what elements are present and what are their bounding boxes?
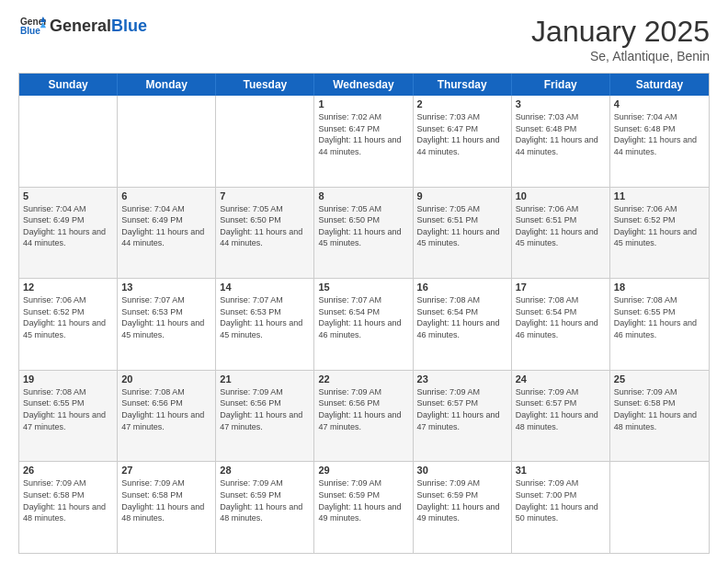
calendar-cell-4-6 [610,462,709,553]
day-info: Sunrise: 7:08 AM Sunset: 6:55 PM Dayligh… [23,386,113,432]
location: Se, Atlantique, Benin [531,49,710,63]
day-info: Sunrise: 7:08 AM Sunset: 6:56 PM Dayligh… [121,386,211,432]
logo-icon: General Blue [20,15,46,37]
day-info: Sunrise: 7:09 AM Sunset: 6:57 PM Dayligh… [516,386,606,432]
day-info: Sunrise: 7:09 AM Sunset: 6:58 PM Dayligh… [23,477,113,523]
calendar-cell-2-6: 18Sunrise: 7:08 AM Sunset: 6:55 PM Dayli… [610,279,709,370]
day-info: Sunrise: 7:07 AM Sunset: 6:53 PM Dayligh… [121,294,211,340]
calendar-cell-2-5: 17Sunrise: 7:08 AM Sunset: 6:54 PM Dayli… [512,279,610,370]
day-number: 5 [23,190,113,201]
logo-general-text: General [50,17,111,35]
calendar-cell-0-1 [118,96,216,187]
calendar-row-3: 19Sunrise: 7:08 AM Sunset: 6:55 PM Dayli… [19,371,709,463]
calendar-cell-3-6: 25Sunrise: 7:09 AM Sunset: 6:58 PM Dayli… [610,371,709,462]
calendar-cell-4-1: 27Sunrise: 7:09 AM Sunset: 6:58 PM Dayli… [118,462,216,553]
calendar-cell-2-4: 16Sunrise: 7:08 AM Sunset: 6:54 PM Dayli… [414,279,512,370]
day-number: 25 [614,373,705,385]
day-number: 24 [516,373,606,385]
calendar-cell-0-0 [19,96,118,187]
day-info: Sunrise: 7:03 AM Sunset: 6:48 PM Dayligh… [516,111,606,157]
calendar-row-4: 26Sunrise: 7:09 AM Sunset: 6:58 PM Dayli… [19,462,709,553]
day-number: 8 [318,190,408,201]
day-info: Sunrise: 7:09 AM Sunset: 7:00 PM Dayligh… [516,477,606,523]
day-number: 31 [516,465,606,476]
day-number: 13 [121,282,211,293]
day-number: 6 [121,190,211,201]
logo: General Blue GeneralBlue [18,15,147,37]
day-number: 26 [23,465,113,476]
day-number: 20 [121,373,211,385]
day-number: 19 [23,373,113,385]
day-info: Sunrise: 7:06 AM Sunset: 6:52 PM Dayligh… [23,294,113,340]
day-info: Sunrise: 7:04 AM Sunset: 6:49 PM Dayligh… [23,203,113,249]
header: General Blue GeneralBlue January 2025 Se… [18,15,710,63]
calendar-cell-0-6: 4Sunrise: 7:04 AM Sunset: 6:48 PM Daylig… [610,96,709,187]
day-info: Sunrise: 7:08 AM Sunset: 6:54 PM Dayligh… [417,294,507,340]
day-info: Sunrise: 7:07 AM Sunset: 6:54 PM Dayligh… [318,294,408,340]
day-info: Sunrise: 7:09 AM Sunset: 6:59 PM Dayligh… [220,477,310,523]
calendar-cell-1-0: 5Sunrise: 7:04 AM Sunset: 6:49 PM Daylig… [19,188,118,279]
header-tuesday: Tuesday [216,74,314,96]
day-number: 22 [318,373,408,385]
calendar-cell-3-1: 20Sunrise: 7:08 AM Sunset: 6:56 PM Dayli… [118,371,216,462]
day-info: Sunrise: 7:09 AM Sunset: 6:56 PM Dayligh… [220,386,310,432]
day-info: Sunrise: 7:03 AM Sunset: 6:47 PM Dayligh… [417,111,507,157]
day-info: Sunrise: 7:05 AM Sunset: 6:50 PM Dayligh… [318,203,408,249]
day-info: Sunrise: 7:08 AM Sunset: 6:54 PM Dayligh… [516,294,606,340]
header-monday: Monday [118,74,216,96]
header-sunday: Sunday [19,74,118,96]
day-number: 4 [614,98,705,109]
calendar-cell-3-3: 22Sunrise: 7:09 AM Sunset: 6:56 PM Dayli… [314,371,413,462]
logo-blue-text: Blue [111,17,147,35]
calendar-cell-1-4: 9Sunrise: 7:05 AM Sunset: 6:51 PM Daylig… [414,188,512,279]
calendar-cell-0-3: 1Sunrise: 7:02 AM Sunset: 6:47 PM Daylig… [314,96,413,187]
day-info: Sunrise: 7:09 AM Sunset: 6:58 PM Dayligh… [614,386,705,432]
calendar-cell-4-4: 30Sunrise: 7:09 AM Sunset: 6:59 PM Dayli… [414,462,512,553]
header-friday: Friday [512,74,610,96]
calendar-cell-3-5: 24Sunrise: 7:09 AM Sunset: 6:57 PM Dayli… [512,371,610,462]
calendar-cell-2-1: 13Sunrise: 7:07 AM Sunset: 6:53 PM Dayli… [118,279,216,370]
day-number: 14 [220,282,310,293]
day-info: Sunrise: 7:06 AM Sunset: 6:52 PM Dayligh… [614,203,705,249]
calendar-cell-0-4: 2Sunrise: 7:03 AM Sunset: 6:47 PM Daylig… [414,96,512,187]
svg-text:Blue: Blue [20,26,40,36]
calendar-cell-2-0: 12Sunrise: 7:06 AM Sunset: 6:52 PM Dayli… [19,279,118,370]
calendar-cell-2-2: 14Sunrise: 7:07 AM Sunset: 6:53 PM Dayli… [216,279,314,370]
calendar-cell-3-2: 21Sunrise: 7:09 AM Sunset: 6:56 PM Dayli… [216,371,314,462]
calendar-cell-1-2: 7Sunrise: 7:05 AM Sunset: 6:50 PM Daylig… [216,188,314,279]
day-number: 21 [220,373,310,385]
day-number: 29 [318,465,408,476]
day-info: Sunrise: 7:05 AM Sunset: 6:50 PM Dayligh… [220,203,310,249]
day-info: Sunrise: 7:04 AM Sunset: 6:48 PM Dayligh… [614,111,705,157]
day-info: Sunrise: 7:08 AM Sunset: 6:55 PM Dayligh… [614,294,705,340]
day-info: Sunrise: 7:09 AM Sunset: 6:56 PM Dayligh… [318,386,408,432]
header-thursday: Thursday [414,74,512,96]
calendar-cell-3-4: 23Sunrise: 7:09 AM Sunset: 6:57 PM Dayli… [414,371,512,462]
day-number: 17 [516,282,606,293]
day-number: 10 [516,190,606,201]
calendar-row-2: 12Sunrise: 7:06 AM Sunset: 6:52 PM Dayli… [19,279,709,371]
day-number: 18 [614,282,705,293]
calendar-cell-4-0: 26Sunrise: 7:09 AM Sunset: 6:58 PM Dayli… [19,462,118,553]
page: General Blue GeneralBlue January 2025 Se… [0,0,728,563]
day-number: 23 [417,373,507,385]
calendar-cell-1-1: 6Sunrise: 7:04 AM Sunset: 6:49 PM Daylig… [118,188,216,279]
header-saturday: Saturday [610,74,709,96]
day-info: Sunrise: 7:07 AM Sunset: 6:53 PM Dayligh… [220,294,310,340]
day-info: Sunrise: 7:09 AM Sunset: 6:59 PM Dayligh… [318,477,408,523]
calendar-cell-1-6: 11Sunrise: 7:06 AM Sunset: 6:52 PM Dayli… [610,188,709,279]
calendar: Sunday Monday Tuesday Wednesday Thursday… [18,73,710,554]
calendar-cell-0-2 [216,96,314,187]
day-number: 16 [417,282,507,293]
month-title: January 2025 [531,15,710,49]
day-number: 2 [417,98,507,109]
day-info: Sunrise: 7:09 AM Sunset: 6:58 PM Dayligh… [121,477,211,523]
calendar-cell-3-0: 19Sunrise: 7:08 AM Sunset: 6:55 PM Dayli… [19,371,118,462]
calendar-cell-0-5: 3Sunrise: 7:03 AM Sunset: 6:48 PM Daylig… [512,96,610,187]
calendar-row-1: 5Sunrise: 7:04 AM Sunset: 6:49 PM Daylig… [19,188,709,280]
day-number: 9 [417,190,507,201]
day-number: 28 [220,465,310,476]
title-block: January 2025 Se, Atlantique, Benin [531,15,710,63]
day-info: Sunrise: 7:02 AM Sunset: 6:47 PM Dayligh… [318,111,408,157]
day-number: 15 [318,282,408,293]
